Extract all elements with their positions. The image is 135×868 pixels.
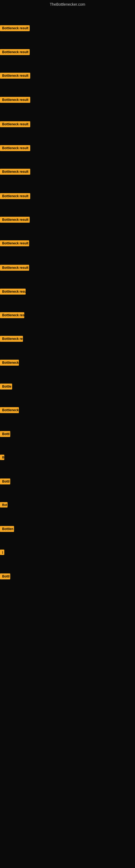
bottleneck-label-19[interactable]: B — [0, 455, 4, 460]
bottleneck-label-18[interactable]: Bottl — [0, 431, 10, 437]
bottleneck-label-1[interactable]: Bottleneck result — [0, 25, 30, 31]
bottleneck-label-9[interactable]: Bottleneck result — [0, 217, 30, 223]
bottleneck-item-14: Bottleneck resu — [0, 336, 23, 343]
bottleneck-item-13: Bottleneck resu — [0, 312, 24, 319]
bottleneck-label-14[interactable]: Bottleneck resu — [0, 336, 23, 342]
bottleneck-item-6: Bottleneck result — [0, 145, 30, 152]
bottleneck-label-8[interactable]: Bottleneck result — [0, 193, 30, 199]
bottleneck-item-16: Bottle — [0, 383, 12, 391]
bottleneck-label-4[interactable]: Bottleneck result — [0, 97, 30, 103]
bottleneck-label-22[interactable]: Bottlen — [0, 526, 14, 532]
bottleneck-item-11: Bottleneck result — [0, 265, 29, 272]
bottleneck-item-23: | — [0, 550, 4, 556]
bottleneck-item-22: Bottlen — [0, 526, 14, 533]
bottleneck-item-15: Bottleneck — [0, 360, 19, 367]
bottleneck-label-16[interactable]: Bottle — [0, 383, 12, 390]
bottleneck-label-3[interactable]: Bottleneck result — [0, 73, 30, 79]
bottleneck-label-20[interactable]: Bottl — [0, 478, 10, 485]
bottleneck-label-21[interactable]: Bot — [0, 502, 8, 507]
site-title: TheBottlenecker.com — [0, 0, 135, 10]
bottleneck-item-21: Bot — [0, 502, 8, 508]
bottleneck-label-6[interactable]: Bottleneck result — [0, 145, 30, 151]
bottleneck-item-17: Bottleneck — [0, 407, 19, 414]
bottleneck-label-17[interactable]: Bottleneck — [0, 407, 19, 413]
bottleneck-item-19: B — [0, 455, 4, 461]
bottleneck-label-13[interactable]: Bottleneck resu — [0, 312, 24, 318]
bottleneck-label-15[interactable]: Bottleneck — [0, 360, 19, 366]
bottleneck-item-9: Bottleneck result — [0, 217, 30, 224]
bottleneck-item-4: Bottleneck result — [0, 97, 30, 104]
bottleneck-item-18: Bottl — [0, 431, 10, 438]
bottleneck-label-10[interactable]: Bottleneck result — [0, 240, 29, 246]
bottleneck-item-7: Bottleneck result — [0, 169, 30, 176]
bottleneck-label-24[interactable]: Bottl — [0, 574, 10, 579]
bottleneck-label-12[interactable]: Bottleneck resu — [0, 289, 26, 294]
bottleneck-item-1: Bottleneck result — [0, 25, 30, 32]
site-header: TheBottlenecker.com — [0, 0, 135, 10]
bottleneck-label-11[interactable]: Bottleneck result — [0, 265, 29, 271]
bottleneck-item-2: Bottleneck result — [0, 49, 30, 56]
bottleneck-item-20: Bottl — [0, 478, 10, 486]
bottleneck-label-2[interactable]: Bottleneck result — [0, 49, 30, 55]
bottleneck-item-10: Bottleneck result — [0, 240, 29, 247]
bottleneck-label-7[interactable]: Bottleneck result — [0, 169, 30, 175]
bottleneck-label-23[interactable]: | — [0, 550, 4, 555]
bottleneck-label-5[interactable]: Bottleneck result — [0, 121, 30, 127]
bottleneck-item-5: Bottleneck result — [0, 121, 30, 128]
bottleneck-item-24: Bottl — [0, 574, 10, 581]
bottleneck-item-3: Bottleneck result — [0, 73, 30, 80]
bottleneck-item-12: Bottleneck resu — [0, 289, 26, 296]
bottleneck-item-8: Bottleneck result — [0, 193, 30, 200]
items-container: Bottleneck resultBottleneck resultBottle… — [0, 10, 135, 868]
